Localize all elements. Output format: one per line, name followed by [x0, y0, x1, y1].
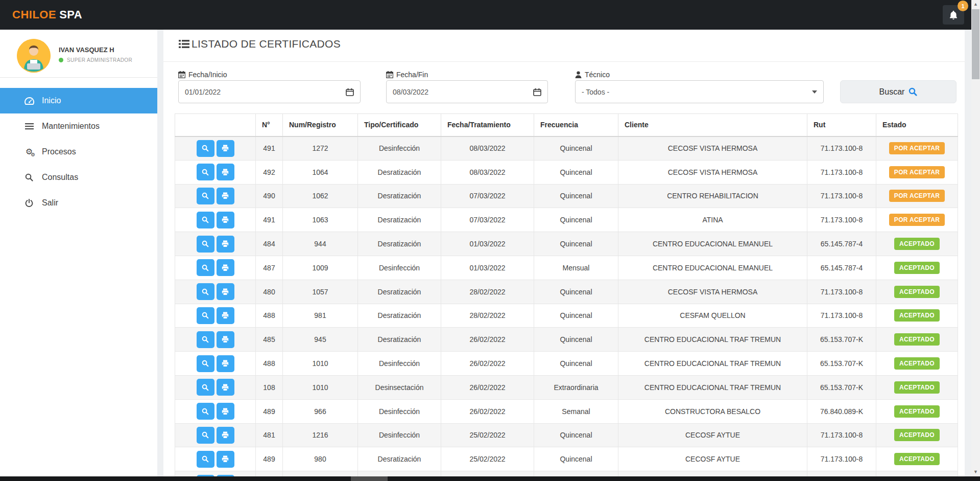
fecha-fin-input[interactable]: 08/03/2022: [386, 80, 548, 103]
printer-icon: [222, 169, 229, 176]
cell-fecha-tratamiento: 01/03/2022: [441, 232, 534, 256]
printer-icon: [222, 264, 229, 271]
user-profile: IVAN VASQUEZ H SUPER ADMINISTRADOR: [0, 30, 157, 77]
status-badge: POR ACEPTAR: [889, 166, 945, 178]
cell-tipo-certificado: Desinfección: [358, 352, 441, 376]
view-certificate-button[interactable]: [197, 164, 214, 180]
online-status-dot: [59, 58, 63, 62]
print-certificate-button[interactable]: [217, 259, 234, 276]
cell-rut: 71.173.100-8: [807, 280, 876, 304]
calendar-icon: [178, 71, 185, 78]
view-certificate-button[interactable]: [197, 355, 214, 372]
print-certificate-button[interactable]: [217, 307, 234, 324]
table-row: 485 945 Desratización 26/02/2022 Quincen…: [175, 328, 958, 352]
status-badge: POR ACEPTAR: [889, 142, 945, 154]
view-certificate-button[interactable]: [197, 307, 214, 324]
magnifier-icon: [202, 145, 209, 152]
buscar-button[interactable]: Buscar: [840, 80, 957, 103]
scroll-up-arrow[interactable]: ▲: [971, 0, 980, 8]
magnifier-icon: [202, 455, 209, 463]
table-row: 484 944 Desratización 01/03/2022 Quincen…: [175, 232, 958, 256]
notifications-button[interactable]: 1: [943, 5, 964, 25]
view-certificate-button[interactable]: [197, 403, 214, 420]
cell-frecuencia: Quincenal: [534, 304, 618, 328]
cell-tipo-certificado: Desratización: [358, 447, 441, 471]
person-icon: [575, 71, 582, 78]
print-certificate-button[interactable]: [217, 379, 234, 396]
cell-cliente: CECOSF VISTA HERMOSA: [618, 280, 807, 304]
print-certificate-button[interactable]: [217, 140, 234, 157]
print-certificate-button[interactable]: [217, 283, 234, 300]
table-body: 491 1272 Desinfección 08/03/2022 Quincen…: [175, 136, 958, 481]
view-certificate-button[interactable]: [197, 188, 214, 204]
scrollbar-thumb[interactable]: [972, 9, 979, 79]
cell-num-registro: 1010: [283, 352, 358, 376]
user-name: IVAN VASQUEZ H: [59, 46, 114, 54]
sidebar-item-mantenimientos[interactable]: Mantenimientos: [0, 113, 157, 139]
page-title: LISTADO DE CERTIFICADOS: [179, 38, 341, 50]
printer-icon: [222, 360, 229, 367]
cell-rut: 71.173.100-8: [807, 136, 876, 161]
cell-rut: 71.173.100-8: [807, 208, 876, 232]
sidebar-item-consultas[interactable]: Consultas: [0, 165, 157, 190]
magnifier-icon: [202, 216, 209, 223]
sidebar-item-salir[interactable]: Salir: [0, 190, 157, 216]
cell-numero: 489: [256, 399, 283, 423]
view-certificate-button[interactable]: [197, 283, 214, 300]
cell-num-registro: 1009: [283, 256, 358, 280]
view-certificate-button[interactable]: [197, 331, 214, 348]
avatar: [17, 39, 51, 73]
status-badge: ACEPTADO: [894, 262, 940, 274]
view-certificate-button[interactable]: [197, 451, 214, 468]
cell-frecuencia: Quincenal: [534, 352, 618, 376]
datepicker-icon[interactable]: [533, 88, 541, 96]
view-certificate-button[interactable]: [197, 140, 214, 157]
fecha-inicio-input[interactable]: 01/01/2022: [178, 80, 361, 103]
sidebar-item-inicio[interactable]: Inicio: [0, 88, 157, 113]
table-row: 490 1062 Desratización 07/03/2022 Quince…: [175, 184, 958, 208]
fecha-fin-label: Fecha/Fin: [386, 71, 428, 79]
view-certificate-button[interactable]: [197, 236, 214, 253]
scroll-down-arrow[interactable]: ▼: [971, 468, 980, 476]
cell-tipo-certificado: Desratización: [358, 184, 441, 208]
fecha-fin-value: 08/03/2022: [393, 88, 428, 96]
cell-frecuencia: Quincenal: [534, 447, 618, 471]
print-certificate-button[interactable]: [217, 355, 234, 372]
print-certificate-button[interactable]: [217, 427, 234, 444]
brand-secondary: SPA: [59, 8, 82, 21]
tecnico-label: Técnico: [575, 71, 610, 79]
print-certificate-button[interactable]: [217, 403, 234, 420]
datepicker-icon[interactable]: [346, 88, 354, 96]
cell-fecha-tratamiento: 26/02/2022: [441, 328, 534, 352]
column-header-tipo: Tipo/Certificado: [358, 114, 441, 136]
cell-cliente: CECOSF AYTUE: [618, 447, 807, 471]
print-certificate-button[interactable]: [217, 188, 234, 204]
cell-fecha-tratamiento: 26/02/2022: [441, 352, 534, 376]
cell-num-registro: 980: [283, 447, 358, 471]
sidebar-item-procesos[interactable]: ⚙⚙ Procesos: [0, 139, 157, 165]
view-certificate-button[interactable]: [197, 427, 214, 444]
printer-icon: [222, 288, 229, 295]
horizontal-scrollbar-thumb[interactable]: [351, 476, 388, 481]
view-certificate-button[interactable]: [197, 259, 214, 276]
column-header-actions: [175, 114, 256, 136]
view-certificate-button[interactable]: [197, 212, 214, 228]
tecnico-select[interactable]: - Todos -: [575, 80, 824, 103]
printer-icon: [222, 192, 229, 199]
print-certificate-button[interactable]: [217, 164, 234, 180]
cell-frecuencia: Quincenal: [534, 423, 618, 447]
vertical-scrollbar[interactable]: ▲ ▼: [971, 0, 980, 481]
cell-num-registro: 1216: [283, 423, 358, 447]
view-certificate-button[interactable]: [197, 379, 214, 396]
status-badge: ACEPTADO: [894, 453, 940, 465]
table-row: 491 1272 Desinfección 08/03/2022 Quincen…: [175, 136, 958, 161]
print-certificate-button[interactable]: [217, 212, 234, 228]
table-row: 488 1010 Desinfección 26/02/2022 Quincen…: [175, 352, 958, 376]
status-badge: ACEPTADO: [894, 405, 940, 418]
column-header-rut: Rut: [807, 114, 876, 136]
print-certificate-button[interactable]: [217, 331, 234, 348]
gauge-icon: [23, 97, 35, 105]
print-certificate-button[interactable]: [217, 236, 234, 253]
cell-rut: 65.153.707-K: [807, 352, 876, 376]
print-certificate-button[interactable]: [217, 451, 234, 468]
